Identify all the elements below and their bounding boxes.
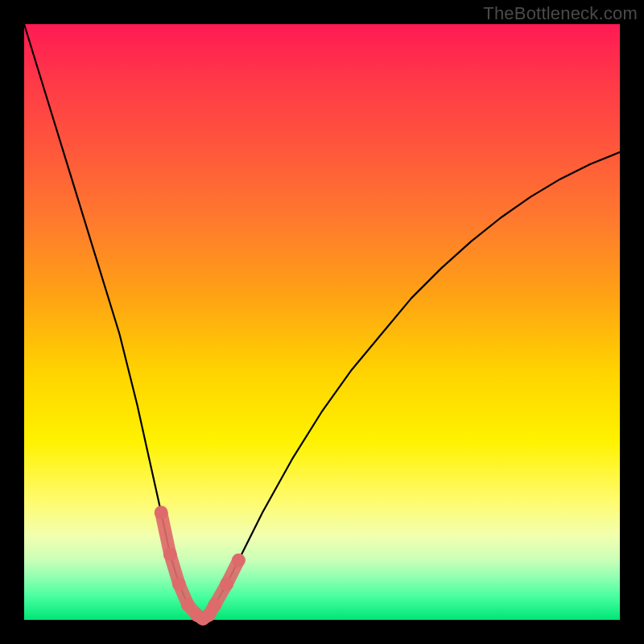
curve-svg	[24, 24, 620, 620]
optimal-segment-bead	[172, 577, 186, 591]
optimal-segment-bead	[232, 554, 246, 568]
optimal-segment-bead	[208, 598, 221, 612]
optimal-segment-bead	[220, 577, 233, 591]
watermark-text: TheBottleneck.com	[483, 3, 638, 24]
optimal-segment-highlight	[161, 513, 238, 619]
bottleneck-curve-path	[24, 24, 620, 619]
optimal-segment-bead	[155, 506, 168, 519]
chart-frame: TheBottleneck.com	[0, 0, 644, 644]
optimal-segment-bead	[163, 547, 177, 561]
plot-area	[24, 24, 620, 620]
